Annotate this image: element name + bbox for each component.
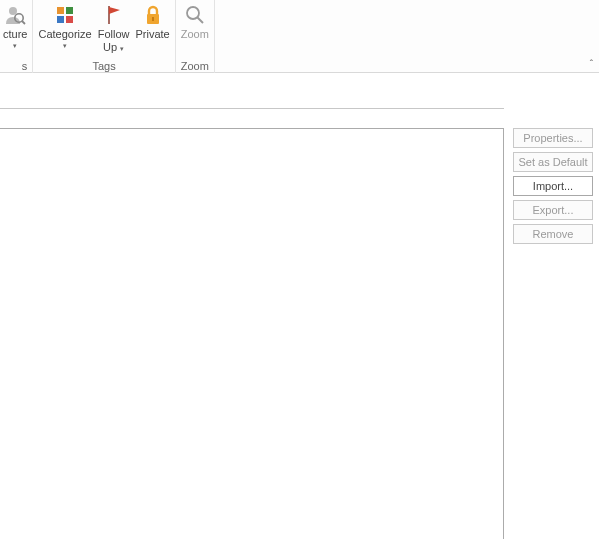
- set-default-button[interactable]: Set as Default: [513, 152, 593, 172]
- svg-line-11: [197, 18, 203, 24]
- categorize-icon: [55, 2, 75, 28]
- export-button[interactable]: Export...: [513, 200, 593, 220]
- side-button-panel: Properties... Set as Default Import... E…: [513, 128, 593, 244]
- picture-label: cture: [3, 28, 27, 41]
- flag-icon: [104, 2, 124, 28]
- ribbon: cture ▾ s Categorize ▾: [0, 0, 599, 73]
- collapse-ribbon-chevron[interactable]: ˆ: [590, 59, 593, 70]
- private-label: Private: [135, 28, 169, 41]
- svg-rect-3: [57, 7, 64, 14]
- svg-rect-9: [152, 17, 154, 21]
- svg-rect-5: [57, 16, 64, 23]
- categorize-label: Categorize: [38, 28, 91, 41]
- group-label-tags: Tags: [92, 60, 115, 73]
- categorize-button[interactable]: Categorize ▾: [35, 0, 94, 60]
- ribbon-group-partial: cture ▾ s: [0, 0, 33, 73]
- svg-point-10: [187, 7, 199, 19]
- group-label-partial: s: [3, 60, 27, 73]
- import-button[interactable]: Import...: [513, 176, 593, 196]
- ribbon-group-tags: Categorize ▾ FollowUp ▾: [33, 0, 175, 73]
- svg-line-2: [22, 21, 25, 24]
- lock-icon: [143, 2, 163, 28]
- private-button[interactable]: Private: [132, 0, 172, 60]
- follow-up-button[interactable]: FollowUp ▾: [95, 0, 133, 60]
- svg-point-0: [9, 7, 17, 15]
- zoom-label: Zoom: [181, 28, 209, 41]
- remove-button[interactable]: Remove: [513, 224, 593, 244]
- person-search-icon: [4, 2, 26, 28]
- chevron-down-icon: ▾: [13, 42, 17, 49]
- follow-up-label: FollowUp ▾: [98, 28, 130, 54]
- svg-rect-4: [66, 7, 73, 14]
- group-label-zoom: Zoom: [181, 60, 209, 73]
- content-area[interactable]: [0, 128, 504, 539]
- svg-rect-6: [66, 16, 73, 23]
- picture-button[interactable]: cture ▾: [0, 0, 30, 60]
- chevron-down-icon: ▾: [63, 42, 67, 49]
- properties-button[interactable]: Properties...: [513, 128, 593, 148]
- text-field-underline[interactable]: [0, 108, 504, 109]
- chevron-down-icon: ▾: [120, 45, 124, 52]
- magnifier-icon: [184, 2, 206, 28]
- zoom-button[interactable]: Zoom: [178, 0, 212, 60]
- ribbon-group-zoom: Zoom Zoom: [176, 0, 215, 73]
